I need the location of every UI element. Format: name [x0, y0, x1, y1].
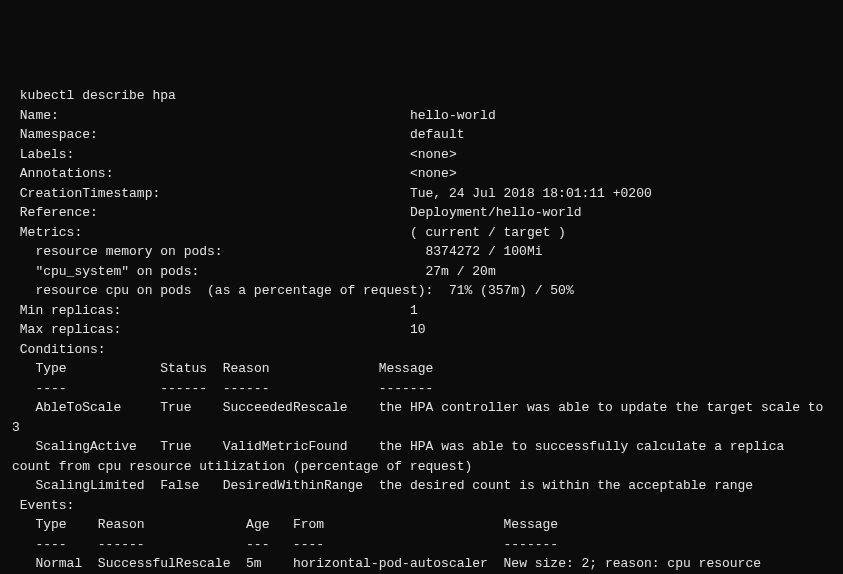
field-min-replicas: Min replicas: 1: [12, 303, 418, 318]
metric-cpu-system: "cpu_system" on pods: 27m / 20m: [12, 264, 496, 279]
terminal-output: kubectl describe hpa Name: hello-world N…: [12, 86, 831, 574]
field-max-replicas: Max replicas: 10: [12, 322, 426, 337]
field-creation-timestamp: CreationTimestamp: Tue, 24 Jul 2018 18:0…: [12, 186, 652, 201]
event-row: Normal SuccessfulRescale 5m horizontal-p…: [12, 556, 769, 574]
conditions-divider: ---- ------ ------ -------: [12, 381, 433, 396]
field-reference: Reference: Deployment/hello-world: [12, 205, 582, 220]
events-header: Type Reason Age From Message: [12, 517, 558, 532]
field-namespace: Namespace: default: [12, 127, 465, 142]
metric-cpu-resource: resource cpu on pods (as a percentage of…: [12, 283, 574, 298]
command-line: kubectl describe hpa: [12, 88, 176, 103]
field-name: Name: hello-world: [12, 108, 496, 123]
condition-row: ScalingActive True ValidMetricFound the …: [12, 439, 792, 474]
condition-row: ScalingLimited False DesiredWithinRange …: [12, 478, 753, 493]
metric-memory: resource memory on pods: 8374272 / 100Mi: [12, 244, 543, 259]
condition-row: AbleToScale True SucceededRescale the HP…: [12, 400, 831, 435]
field-annotations: Annotations: <none>: [12, 166, 457, 181]
field-labels: Labels: <none>: [12, 147, 457, 162]
field-metrics: Metrics: ( current / target ): [12, 225, 566, 240]
events-label: Events:: [12, 498, 74, 513]
events-divider: ---- ------ --- ---- -------: [12, 537, 558, 552]
conditions-label: Conditions:: [12, 342, 106, 357]
conditions-header: Type Status Reason Message: [12, 361, 433, 376]
